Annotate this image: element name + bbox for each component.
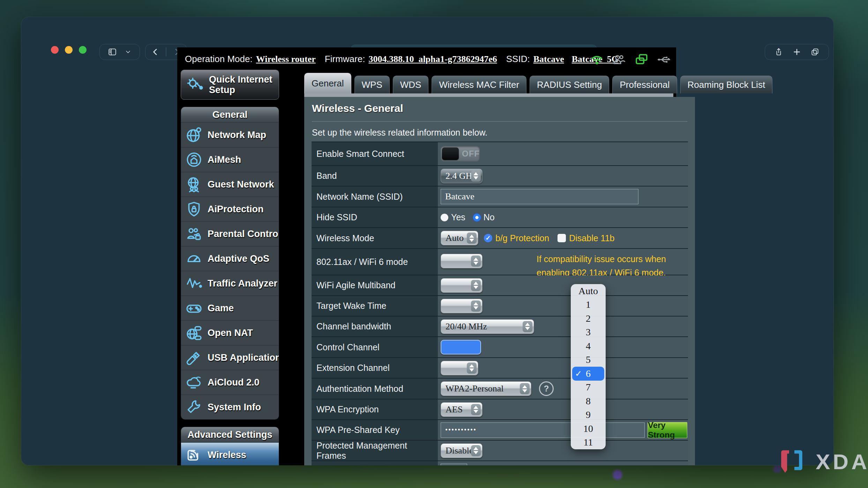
zoom-window-button[interactable] [79,46,87,54]
dropdown-option[interactable]: 5 [571,353,606,367]
stepper-icon [467,363,477,374]
row-wpa-encryption: WPA Encryption AES [312,399,688,419]
sidebar-item[interactable]: Guest Network [181,172,279,197]
title-divider [312,121,687,122]
sidebar-item[interactable]: AiMesh [181,147,279,172]
tab[interactable]: General [304,73,351,93]
network-map-icon [185,126,203,144]
lan-status-icon[interactable] [634,52,649,67]
row-authentication-method: Authentication Method WPA2-Personal ? [312,378,688,399]
new-tab-icon[interactable] [792,47,801,56]
game-icon [185,299,203,317]
sidebar-item[interactable]: AiProtection [181,197,279,221]
sidebar-item[interactable]: Adaptive QoS [181,246,279,271]
guest-network-icon [185,176,203,193]
ax-mode-select[interactable] [441,254,482,268]
sidebar-item[interactable]: Network Map [181,122,279,147]
router-header: Operation Mode:Wireless routerFirmware:3… [177,47,676,73]
extension-channel-label: Extension Channel [312,358,438,378]
browser-window: 192.168.1.1 Operation Mode:Wireless rout… [21,17,834,465]
sidebar-item[interactable]: Open NAT [181,320,279,345]
ssid-2g-link[interactable]: Batcave [533,54,564,64]
ssid-input[interactable]: Batcave [441,189,638,204]
wpa-psk-input[interactable]: •••••••••• [441,422,645,438]
sidebar-item-quick-internet-setup[interactable]: Quick Internet Setup [181,70,279,100]
operation-mode-value[interactable]: Wireless router [256,54,316,64]
chevron-down-icon[interactable] [125,48,132,55]
bg-protection-checkbox[interactable]: ✓ [484,234,492,242]
sidebar-toggle-icon[interactable] [108,47,117,56]
dropdown-option[interactable]: 1 [571,298,606,312]
sidebar-item[interactable]: AiCloud 2.0 [181,370,279,395]
tab[interactable]: WDS [393,76,429,93]
dropdown-option[interactable]: 9 [571,408,606,422]
dropdown-option[interactable]: 7 [571,381,606,395]
tab[interactable]: RADIUS Setting [530,76,609,93]
hide-ssid-yes-radio[interactable] [441,214,448,221]
clients-icon[interactable] [612,52,627,67]
row-smart-connect: Enable Smart Connect OFF [312,142,688,165]
dropdown-option[interactable]: 3 [571,326,606,340]
target-wake-time-select[interactable] [441,299,482,313]
tab[interactable]: WPS [354,76,390,93]
sidebar-item[interactable]: Parental Controls [181,221,279,246]
back-icon[interactable] [151,47,160,56]
hide-ssid-label: Hide SSID [312,207,438,227]
sidebar-item[interactable]: Traffic Analyzer [181,271,279,296]
sidebar-group-advanced: Advanced Settings Wireless LAN [181,427,279,465]
band-select[interactable]: 2.4 GHz [441,169,482,183]
pmf-select[interactable]: Disable [441,443,482,458]
xda-logo-brackets [775,449,814,474]
agile-multiband-label: WiFi Agile Multiband [312,275,438,295]
stepper-icon [471,445,481,456]
sidebar-item[interactable]: USB Application [181,345,279,370]
minimize-window-button[interactable] [65,46,73,54]
share-icon[interactable] [774,47,783,56]
firmware-value[interactable]: 3004.388.10_alpha1-g73862947e6 [368,54,497,64]
wifi-status-icon[interactable] [590,52,604,67]
pmf-label: Protected Management Frames [312,441,438,460]
tab[interactable]: Roaming Block List [680,76,773,93]
wpa-encryption-select[interactable]: AES [441,402,482,417]
tab[interactable]: Wireless MAC Filter [432,76,526,93]
wireless-mode-select[interactable]: Auto [441,231,478,245]
stepper-icon [471,404,481,415]
tabs-overview-icon[interactable] [810,47,820,56]
dropdown-option[interactable]: 11 [571,436,606,450]
firmware-label: Firmware: [325,54,365,64]
sidebar-item[interactable]: System Info [181,395,279,419]
row-ax-mode: 802.11ax / WiFi 6 mode If compatibility … [312,248,688,275]
tabstrip [304,93,673,97]
help-icon[interactable]: ? [539,381,554,396]
channel-bandwidth-select[interactable]: 20/40 MHz [441,319,534,334]
parental-controls-icon [185,225,203,243]
close-window-button[interactable] [51,46,59,54]
control-channel-select[interactable] [441,340,481,354]
extension-channel-select[interactable] [441,361,478,375]
agile-multiband-select[interactable] [441,278,482,293]
dropdown-option[interactable]: 4 [571,339,606,353]
nav-divider [166,47,166,56]
traffic-analyzer-icon [185,275,203,292]
sidebar-item[interactable]: Game [181,296,279,320]
row-extension-channel: Extension Channel [312,357,688,378]
dropdown-option[interactable]: 8 [571,394,606,408]
disable-11b-checkbox[interactable] [558,234,566,242]
adaptive-qos-icon [185,250,203,267]
tab[interactable]: Professional [612,76,677,93]
partial-row-label [312,461,438,465]
dropdown-option[interactable]: 10 [571,422,606,436]
control-channel-label: Control Channel [312,337,438,357]
stepper-icon [471,300,481,312]
authentication-method-select[interactable]: WPA2-Personal [441,381,531,396]
hide-ssid-no-radio[interactable] [473,214,481,221]
sidebar-item-wireless[interactable]: Wireless [181,442,279,465]
usb-status-icon[interactable] [657,52,671,67]
dropdown-option[interactable]: 2 [571,312,606,326]
dropdown-option[interactable]: ✓6 [572,367,604,381]
dropdown-option[interactable]: Auto [571,284,606,298]
partial-input[interactable] [441,464,467,465]
toggle-knob [442,147,459,160]
smart-connect-toggle[interactable]: OFF [441,146,480,161]
target-wake-time-label: Target Wake Time [312,296,438,316]
